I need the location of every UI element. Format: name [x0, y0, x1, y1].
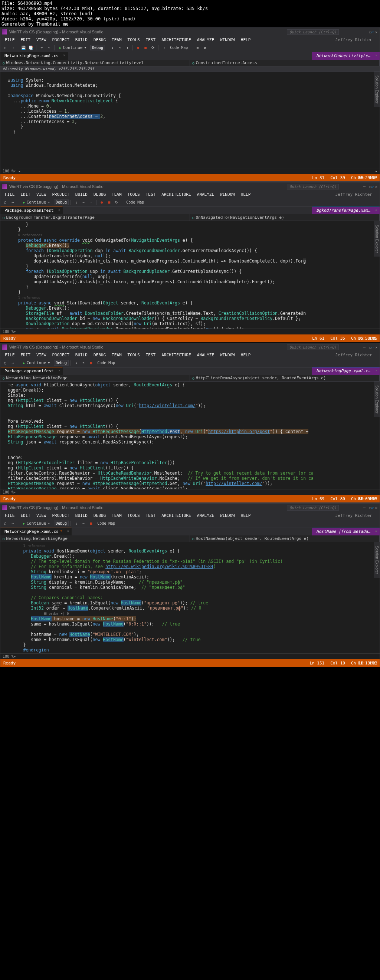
status-text: Ready — [3, 175, 16, 180]
code-editor[interactable]: 1 reference private void HostNameDemo(ob… — [0, 542, 380, 653]
quick-launch-input[interactable] — [287, 184, 339, 189]
nav-bar: Windows.Networking.Connectivity.NetworkC… — [0, 60, 380, 66]
menu-analyze[interactable]: ANALYZE — [194, 37, 217, 42]
continue-button[interactable]: Continue ▾ — [20, 200, 53, 205]
maximize-button[interactable]: ☐ — [369, 30, 372, 34]
video-metadata: File: 564006993.mp4 Size: 463780568 byte… — [0, 0, 380, 27]
close-icon[interactable]: × — [63, 53, 65, 57]
menu-edit[interactable]: EDIT — [18, 37, 34, 42]
code-editor[interactable]: ⊟using System; using Windows.Foundation.… — [0, 72, 380, 168]
quick-launch-input[interactable] — [287, 29, 339, 35]
assembly-info: #Assembly Windows.winmd, v255.255.255.25… — [0, 66, 380, 72]
tab-hostname-metadata[interactable]: HostName [from metada…× — [312, 528, 380, 535]
tab-networking-page[interactable]: NetworkingPage.xaml.cs*× — [0, 528, 72, 535]
maximize-button[interactable]: ☐ — [369, 185, 372, 189]
code-map-button[interactable]: Code Map — [168, 45, 190, 51]
vs-logo-icon — [2, 29, 7, 35]
menu-team[interactable]: TEAM — [109, 37, 125, 42]
menu-test[interactable]: TEST — [143, 37, 159, 42]
toolbar: ◯ → 💾 📑 ↶ ↷ Continue ▾ Debug ↓ ↷ ↑ ● ■ ⟳… — [0, 43, 380, 52]
menu-file[interactable]: FILE — [2, 37, 18, 42]
close-button[interactable]: ✕ — [375, 185, 377, 189]
nav-fwd-icon[interactable]: → — [9, 45, 16, 51]
save-all-icon[interactable]: 📑 — [27, 45, 34, 51]
vs-instance-4: WinRT via CS (Debugging) - Microsoft Vis… — [0, 503, 380, 667]
toolbar: ◯→ Continue ▾ Debug ↓↷↑ ●■⟳ Code Map — [0, 198, 380, 207]
menu-help[interactable]: HELP — [238, 37, 254, 42]
redo-icon[interactable]: ↷ — [46, 45, 52, 51]
video-timestamp: 00:29:07 — [358, 175, 377, 180]
line-indicator: Ln 31 — [312, 175, 324, 180]
minimize-button[interactable]: ─ — [363, 185, 366, 189]
vs-instance-1: WinRT via CS (Debugging) - Microsoft Vis… — [0, 27, 380, 182]
title-bar[interactable]: WinRT via CS (Debugging) - Microsoft Vis… — [0, 28, 380, 36]
step-out-icon[interactable]: ↑ — [124, 45, 131, 51]
undo-icon[interactable]: ↶ — [38, 45, 45, 51]
comment-icon[interactable]: ≡ — [194, 45, 201, 51]
status-bar: Ready Ln 31 Col 39 Ch 36 INS 00:29:07 — [0, 174, 380, 181]
tab-package-manifest[interactable]: Package.appxmanifest× — [0, 367, 63, 375]
status-bar: Ready Ln 151Col 10Ch 10INS 01:19:03 — [0, 659, 380, 667]
tab-package-manifest[interactable]: Package.appxmanifest× — [0, 207, 63, 214]
minimize-button[interactable]: ─ — [363, 30, 366, 34]
vs-instance-2: WinRT via CS (Debugging) - Microsoft Vis… — [0, 182, 380, 342]
close-button[interactable]: ✕ — [375, 30, 377, 34]
breakpoint-icon[interactable]: ● — [135, 45, 141, 51]
menu-tools[interactable]: TOOLS — [125, 37, 143, 42]
signed-in-user[interactable]: Jeffrey Richter — [335, 37, 372, 42]
menu-view[interactable]: VIEW — [34, 37, 49, 42]
code-content[interactable]: } } 0 references protected async overrid… — [0, 221, 380, 329]
code-editor[interactable]: } } 0 references protected async overrid… — [0, 221, 380, 329]
step-into-icon[interactable]: ↓ — [109, 45, 116, 51]
config-dropdown[interactable]: Debug — [90, 45, 105, 51]
vs-instance-3: WinRT via CS (Debugging) - Microsoft Vis… — [0, 343, 380, 503]
uncomment-icon[interactable]: ≢ — [201, 45, 208, 51]
code-editor[interactable]: :e async void HttpClientDemoAsync(object… — [0, 382, 380, 489]
tab-networking-page[interactable]: NetworkingPage.xaml.c…× — [312, 367, 380, 375]
col-indicator: Col 39 — [330, 175, 345, 180]
menu-bar: FILEEDITVIEWPROJECTBUILDDEBUGTEAMTOOLSTE… — [0, 191, 380, 198]
zoom-bar[interactable]: 100 % ▾ ◂ ▸ — [0, 168, 380, 174]
nav-back-icon[interactable]: ◯ — [2, 45, 8, 51]
continue-button[interactable]: Continue ▾ — [56, 45, 89, 50]
show-next-icon[interactable]: → — [160, 45, 167, 51]
menu-project[interactable]: PROJECT — [49, 37, 72, 42]
tab-networking-page[interactable]: NetworkingPage.xaml.cs× — [0, 52, 68, 60]
vs-logo-icon — [2, 184, 7, 189]
code-content[interactable]: :e async void HttpClientDemoAsync(object… — [0, 382, 380, 489]
type-dropdown[interactable]: Windows.Networking.Connectivity.NetworkC… — [0, 60, 190, 66]
menu-debug[interactable]: DEBUG — [91, 37, 109, 42]
document-tabs: NetworkingPage.xaml.cs× NetworkConnectiv… — [0, 52, 380, 60]
solution-explorer-tab[interactable]: Solution Explorer — [374, 72, 380, 107]
restart-icon[interactable]: ⟳ — [150, 45, 156, 51]
step-over-icon[interactable]: ↷ — [117, 45, 123, 51]
document-tabs: Package.appxmanifest× BgkndTransferPage.… — [0, 207, 380, 214]
close-icon[interactable]: × — [375, 53, 377, 57]
save-icon[interactable]: 💾 — [20, 45, 27, 51]
tab-bkgnd-transfer[interactable]: BgkndTransferPage.xam…× — [312, 207, 380, 214]
menu-bar: FILE EDIT VIEW PROJECT BUILD DEBUG TEAM … — [0, 36, 380, 43]
title-bar[interactable]: WinRT via CS (Debugging) - Microsoft Vis… — [0, 183, 380, 191]
code-content[interactable]: 1 reference private void HostNameDemo(ob… — [0, 542, 380, 653]
menu-architecture[interactable]: ARCHITECTURE — [158, 37, 194, 42]
menu-build[interactable]: BUILD — [72, 37, 91, 42]
status-bar: Ready Ln 69Col 80Ch 80INS 01:09:03 — [0, 495, 380, 503]
tab-network-connectivity[interactable]: NetworkConnectivityLe…× — [312, 52, 380, 60]
menu-window[interactable]: WINDOW — [217, 37, 238, 42]
member-dropdown[interactable]: ConstrainedInternetAccess — [190, 60, 380, 66]
stop-icon[interactable]: ■ — [142, 45, 149, 51]
status-bar: Ready Ln 61Col 35Ch 35INS 00:58:45 — [0, 334, 380, 342]
code-content[interactable]: ⊟using System; using Windows.Foundation.… — [0, 72, 380, 135]
